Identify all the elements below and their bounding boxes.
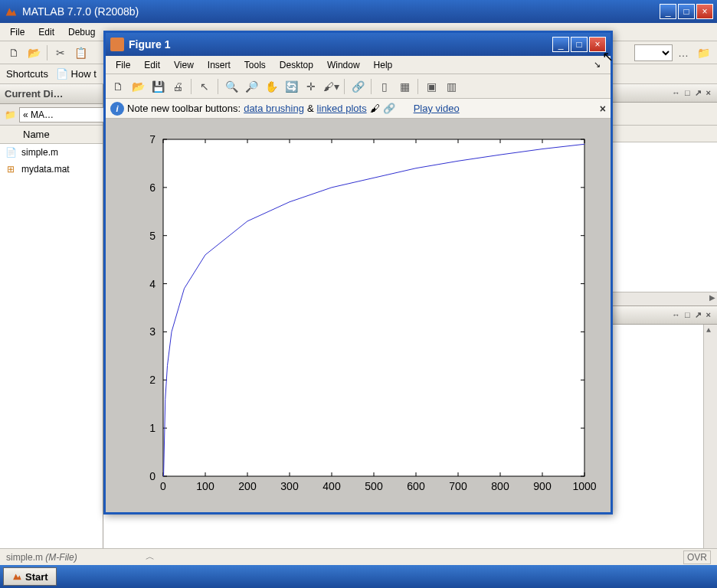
undock-icon[interactable]: ↗ [693,88,703,98]
info-icon: i [110,102,124,116]
vertical-scrollbar[interactable] [703,325,717,551]
separator [371,79,372,94]
link-icon[interactable]: 🔗 [349,77,367,96]
close-button[interactable]: × [696,4,713,19]
svg-text:500: 500 [365,480,383,492]
menu-help[interactable]: Help [367,58,400,72]
copy-icon[interactable]: 📋 [71,44,90,62]
menu-tools[interactable]: Tools [237,58,273,72]
folder-icon[interactable]: 📁 [5,109,16,120]
file-name: mydata.mat [21,164,70,175]
matlab-icon [4,5,18,18]
file-item-simple-m[interactable]: 📄 simple.m [0,144,103,161]
figure-icon [110,38,124,51]
brush-small-icon: 🖌 [370,103,380,114]
menu-edit[interactable]: Edit [31,24,61,40]
move-icon[interactable]: ↔ [670,88,682,98]
panel-controls: ↔ □ ↗ × [670,310,712,320]
linked-plots-link[interactable]: linked plots [317,103,367,114]
menu-insert[interactable]: Insert [201,58,237,72]
svg-text:100: 100 [196,480,214,492]
svg-text:800: 800 [491,480,509,492]
svg-text:0: 0 [160,480,166,492]
svg-text:1000: 1000 [572,480,596,492]
new-file-icon[interactable]: 🗋 [5,44,23,62]
save-icon[interactable]: 💾 [149,77,167,96]
main-titlebar[interactable]: MATLAB 7.7.0 (R2008b) _ □ × [0,0,717,23]
browse-icon[interactable]: … [674,44,692,62]
svg-text:7: 7 [149,133,156,145]
minimize-panel-icon[interactable]: □ [683,310,692,320]
m-file-icon: 📄 [5,146,17,158]
back-folder-icon[interactable]: 📁 [694,44,712,62]
minimize-panel-icon[interactable]: □ [683,88,692,98]
figure-window-controls: _ □ × [552,37,606,52]
svg-text:600: 600 [407,480,425,492]
main-title: MATLAB 7.7.0 (R2008b) [22,5,660,18]
menu-window[interactable]: Window [320,58,367,72]
line-chart: 0100200300400500600700800900100001234567 [117,128,600,503]
info-bar: i Note new toolbar buttons: data brushin… [106,99,611,119]
cut-icon[interactable]: ✂ [51,44,70,62]
zoom-out-icon[interactable]: 🔎 [242,77,260,96]
howto-link[interactable]: 📄 How t [56,68,97,80]
main-window-controls: _ □ × [660,4,713,19]
rotate-icon[interactable]: 🔄 [282,77,300,96]
dock-icon[interactable]: ↘ [587,58,607,71]
menu-file[interactable]: File [3,24,31,40]
collapse-icon[interactable]: ︿ [146,550,155,564]
hide-plot-tools-icon[interactable]: ▣ [422,77,440,96]
menu-desktop[interactable]: Desktop [273,58,320,72]
maximize-button[interactable]: □ [678,4,695,19]
panel-controls: ↔ □ ↗ × [670,88,712,98]
start-button[interactable]: Start [3,567,57,586]
name-column-header[interactable]: Name [0,126,103,144]
minimize-button[interactable]: _ [552,37,569,52]
show-plot-tools-icon[interactable]: ▥ [442,77,460,96]
minimize-button[interactable]: _ [660,4,676,19]
pan-icon[interactable]: ✋ [262,77,280,96]
status-file: simple.m (M-File) [6,552,77,563]
undock-icon[interactable]: ↗ [693,310,703,320]
open-folder-icon[interactable]: 📂 [25,44,43,62]
legend-icon[interactable]: ▦ [395,77,414,96]
menu-view[interactable]: View [167,58,201,72]
close-note-icon[interactable]: × [600,103,606,115]
menu-debug[interactable]: Debug [61,24,102,40]
close-panel-icon[interactable]: × [705,310,712,320]
move-icon[interactable]: ↔ [670,310,682,320]
data-brushing-link[interactable]: data brushing [244,103,304,114]
ovr-indicator: OVR [683,550,711,564]
current-dir-header[interactable]: Current Di… [0,84,103,104]
file-item-mydata-mat[interactable]: ⊞ mydata.mat [0,161,103,178]
svg-text:0: 0 [149,470,156,482]
colorbar-icon[interactable]: ▯ [375,77,394,96]
amp: & [307,103,314,114]
separator [218,79,218,94]
start-icon [11,571,22,582]
close-panel-icon[interactable]: × [705,88,712,98]
menu-file[interactable]: File [109,58,137,72]
new-figure-icon[interactable]: 🗋 [109,77,127,96]
plot-area[interactable]: 0100200300400500600700800900100001234567 [106,119,611,512]
mat-file-icon: ⊞ [5,163,17,175]
pointer-icon[interactable]: ↖ [195,77,214,96]
svg-text:900: 900 [533,480,552,492]
play-video-link[interactable]: Play video [414,103,460,114]
datacursor-icon[interactable]: ✛ [302,77,320,96]
print-icon[interactable]: 🖨 [169,77,187,96]
maximize-button[interactable]: □ [571,37,588,52]
shortcuts-label[interactable]: Shortcuts [6,68,48,80]
brush-icon[interactable]: 🖌▾ [322,77,340,96]
close-button[interactable]: × [589,37,606,52]
file-name: simple.m [21,147,58,158]
svg-text:300: 300 [280,480,299,492]
figure-window[interactable]: Figure 1 _ □ × File Edit View Insert Too… [103,31,613,514]
menu-edit[interactable]: Edit [137,58,167,72]
figure-titlebar[interactable]: Figure 1 _ □ × [106,33,611,56]
path-dropdown[interactable] [634,44,673,61]
zoom-in-icon[interactable]: 🔍 [222,77,241,96]
svg-text:200: 200 [238,480,257,492]
separator [417,79,418,94]
open-icon[interactable]: 📂 [129,77,147,96]
